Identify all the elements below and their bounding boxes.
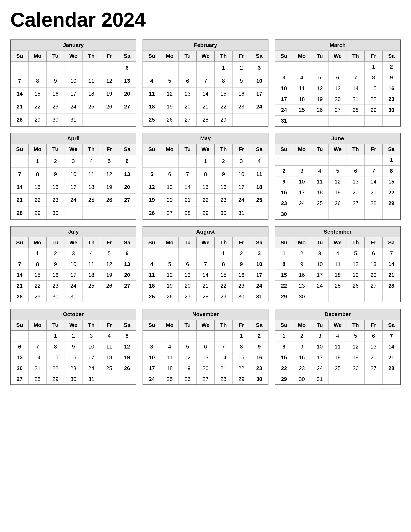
calendar-day[interactable]: 16 xyxy=(293,270,311,281)
calendar-day[interactable]: 11 xyxy=(329,342,347,352)
calendar-day[interactable]: 27 xyxy=(161,207,179,220)
calendar-day[interactable]: 4 xyxy=(161,342,179,352)
calendar-day[interactable]: 19 xyxy=(347,352,364,363)
calendar-day[interactable]: 11 xyxy=(161,352,179,363)
calendar-day[interactable]: 12 xyxy=(100,168,118,180)
calendar-day[interactable]: 17 xyxy=(143,363,161,374)
calendar-day[interactable]: 6 xyxy=(118,155,136,168)
calendar-day[interactable]: 20 xyxy=(347,187,364,198)
calendar-day[interactable]: 15 xyxy=(275,352,293,363)
calendar-day[interactable]: 30 xyxy=(275,209,293,220)
calendar-day[interactable]: 8 xyxy=(232,342,250,352)
calendar-day[interactable]: 21 xyxy=(197,100,214,113)
calendar-day[interactable]: 17 xyxy=(311,270,329,281)
calendar-day[interactable]: 23 xyxy=(250,363,268,374)
calendar-day[interactable]: 3 xyxy=(250,62,268,74)
calendar-day[interactable]: 16 xyxy=(47,87,64,100)
calendar-day[interactable]: 24 xyxy=(232,194,250,207)
calendar-day[interactable]: 30 xyxy=(64,374,82,385)
calendar-day[interactable]: 26 xyxy=(161,291,179,302)
calendar-day[interactable]: 10 xyxy=(64,74,82,87)
calendar-day[interactable]: 25 xyxy=(82,100,100,113)
calendar-day[interactable]: 2 xyxy=(214,155,232,168)
calendar-day[interactable]: 25 xyxy=(250,194,268,207)
calendar-day[interactable]: 21 xyxy=(10,281,29,291)
calendar-day[interactable]: 16 xyxy=(293,352,311,363)
calendar-day[interactable]: 17 xyxy=(250,87,268,100)
calendar-day[interactable]: 8 xyxy=(29,259,46,270)
calendar-day[interactable]: 20 xyxy=(118,87,136,100)
calendar-day[interactable]: 27 xyxy=(118,194,136,207)
calendar-day[interactable]: 18 xyxy=(250,180,268,193)
calendar-day[interactable]: 22 xyxy=(364,94,382,105)
calendar-day[interactable]: 16 xyxy=(382,83,401,94)
calendar-day[interactable]: 24 xyxy=(311,281,329,291)
calendar-day[interactable]: 23 xyxy=(232,100,250,113)
calendar-day[interactable]: 23 xyxy=(275,198,293,209)
calendar-day[interactable]: 24 xyxy=(64,194,82,207)
calendar-day[interactable]: 22 xyxy=(232,363,250,374)
calendar-day[interactable]: 11 xyxy=(293,83,311,94)
calendar-day[interactable]: 6 xyxy=(364,331,382,342)
calendar-day[interactable]: 3 xyxy=(64,155,82,168)
calendar-day[interactable]: 6 xyxy=(347,166,364,176)
calendar-day[interactable]: 31 xyxy=(275,115,293,127)
calendar-day[interactable]: 19 xyxy=(143,194,161,207)
calendar-day[interactable]: 18 xyxy=(143,100,161,113)
calendar-day[interactable]: 2 xyxy=(250,331,268,342)
calendar-day[interactable]: 2 xyxy=(47,248,64,259)
calendar-day[interactable]: 24 xyxy=(311,363,329,374)
calendar-day[interactable]: 21 xyxy=(10,100,29,113)
calendar-day[interactable]: 28 xyxy=(179,207,197,220)
calendar-day[interactable]: 16 xyxy=(232,87,250,100)
calendar-day[interactable]: 13 xyxy=(179,270,197,281)
calendar-day[interactable]: 16 xyxy=(214,180,232,193)
calendar-day[interactable]: 5 xyxy=(329,166,347,176)
calendar-day[interactable]: 26 xyxy=(118,363,136,374)
calendar-day[interactable]: 13 xyxy=(347,176,364,187)
calendar-day[interactable]: 14 xyxy=(214,352,232,363)
calendar-day[interactable]: 30 xyxy=(232,291,250,302)
calendar-day[interactable]: 13 xyxy=(179,87,197,100)
calendar-day[interactable]: 29 xyxy=(214,291,232,302)
calendar-day[interactable]: 27 xyxy=(364,363,382,374)
calendar-day[interactable]: 20 xyxy=(118,270,136,281)
calendar-day[interactable]: 2 xyxy=(382,62,401,72)
calendar-day[interactable]: 2 xyxy=(232,62,250,74)
calendar-day[interactable]: 17 xyxy=(64,87,82,100)
calendar-day[interactable]: 12 xyxy=(161,270,179,281)
calendar-day[interactable]: 12 xyxy=(118,342,136,352)
calendar-day[interactable]: 12 xyxy=(100,74,118,87)
calendar-day[interactable]: 19 xyxy=(311,94,329,105)
calendar-day[interactable]: 13 xyxy=(118,259,136,270)
calendar-day[interactable]: 17 xyxy=(311,352,329,363)
calendar-day[interactable]: 6 xyxy=(161,168,179,180)
calendar-day[interactable]: 18 xyxy=(82,270,100,281)
calendar-day[interactable]: 19 xyxy=(100,87,118,100)
calendar-day[interactable]: 20 xyxy=(364,270,382,281)
calendar-day[interactable]: 17 xyxy=(250,270,268,281)
calendar-day[interactable]: 20 xyxy=(179,100,197,113)
calendar-day[interactable]: 13 xyxy=(118,168,136,180)
calendar-day[interactable]: 23 xyxy=(47,281,64,291)
calendar-day[interactable]: 29 xyxy=(29,291,46,302)
calendar-day[interactable]: 23 xyxy=(382,94,401,105)
calendar-day[interactable]: 24 xyxy=(293,198,311,209)
calendar-day[interactable]: 10 xyxy=(143,352,161,363)
calendar-day[interactable]: 29 xyxy=(232,374,250,385)
calendar-day[interactable]: 16 xyxy=(275,187,293,198)
calendar-day[interactable]: 7 xyxy=(214,342,232,352)
calendar-day[interactable]: 11 xyxy=(82,259,100,270)
calendar-day[interactable]: 9 xyxy=(293,259,311,270)
calendar-day[interactable]: 30 xyxy=(250,374,268,385)
calendar-day[interactable]: 8 xyxy=(29,168,46,180)
calendar-day[interactable]: 26 xyxy=(311,105,329,115)
calendar-day[interactable]: 24 xyxy=(64,281,82,291)
calendar-day[interactable]: 19 xyxy=(100,270,118,281)
calendar-day[interactable]: 10 xyxy=(250,74,268,87)
calendar-day[interactable]: 27 xyxy=(197,374,214,385)
calendar-day[interactable]: 9 xyxy=(382,72,401,83)
calendar-day[interactable]: 18 xyxy=(82,87,100,100)
calendar-day[interactable]: 17 xyxy=(64,270,82,281)
calendar-day[interactable]: 26 xyxy=(347,281,364,291)
